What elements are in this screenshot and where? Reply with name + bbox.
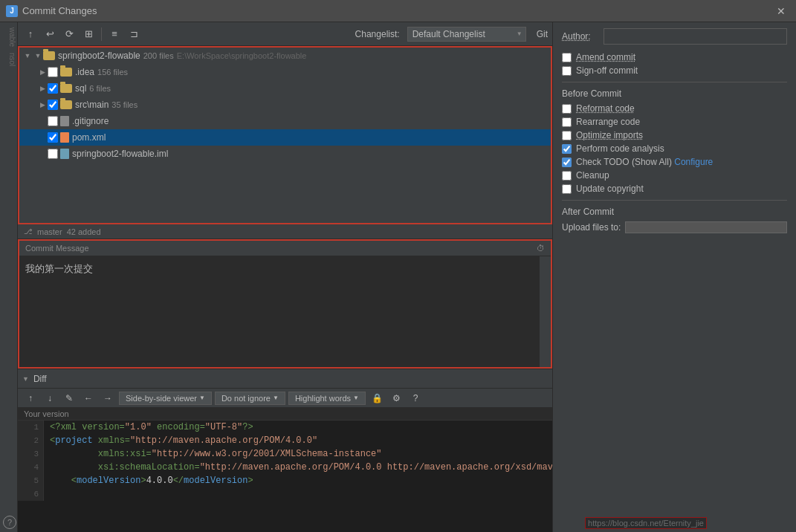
diff-version-label: Your version — [18, 408, 552, 421]
diff-settings-btn[interactable]: ⚙ — [388, 390, 404, 406]
sql-checkbox[interactable] — [48, 83, 58, 94]
sidebar-item-2[interactable]: nsol — [1, 51, 16, 68]
sql-arrow: ▶ — [37, 85, 48, 92]
idea-count: 156 files — [97, 68, 128, 77]
commit-right-gutter — [540, 256, 551, 367]
diff-title: Diff — [33, 374, 47, 384]
diff-help-btn[interactable]: ? — [407, 390, 424, 406]
tree-item-idea[interactable]: ▶ .idea 156 files — [19, 64, 551, 80]
diff-line-4: 4 xsi:schemaLocation="http://maven.apach… — [18, 461, 552, 474]
sql-folder-icon — [60, 84, 72, 93]
diff-fwd-btn[interactable]: → — [100, 390, 116, 406]
diff-line-6: 6 — [18, 487, 552, 501]
toolbar-undo-btn[interactable]: ↩ — [42, 26, 58, 42]
optimize-checkbox[interactable] — [562, 131, 572, 140]
signoff-checkbox[interactable] — [562, 66, 572, 76]
checktodo-checkbox[interactable] — [562, 158, 572, 167]
root-name: springboot2-flowable — [58, 51, 140, 61]
gitignore-name: .gitignore — [72, 116, 109, 126]
diff-highlight-select[interactable]: Highlight words — [288, 392, 366, 405]
diff-section: ▼ Diff ↑ ↓ ✎ ← → Side-by-side viewer Do … — [18, 369, 552, 532]
iml-name: springboot2-flowable.iml — [72, 149, 168, 159]
optimize-row[interactable]: Optimize imports — [562, 130, 787, 140]
diff-line-num-3: 3 — [18, 447, 44, 461]
diff-line-content-2: <project xmlns="http://maven.apache.org/… — [44, 434, 317, 447]
watermark: https://blog.csdn.net/Eternity_jie — [585, 517, 707, 529]
cleanup-label: Cleanup — [576, 170, 609, 181]
signoff-row[interactable]: Sign-off commit — [562, 65, 787, 76]
diff-back-btn[interactable]: ← — [80, 390, 97, 406]
sidebar-item-1[interactable]: wable — [1, 25, 16, 49]
cleanup-row[interactable]: Cleanup — [562, 170, 787, 181]
diff-viewer-select[interactable]: Side-by-side viewer — [119, 392, 212, 405]
divider-after-commit — [562, 200, 787, 201]
iml-checkbox[interactable] — [48, 149, 58, 159]
perform-checkbox[interactable] — [562, 144, 572, 154]
idea-arrow: ▶ — [37, 68, 48, 76]
upload-row: Upload files to: — [562, 221, 787, 233]
diff-ignore-select[interactable]: Do not ignore — [215, 392, 285, 405]
diff-up-btn[interactable]: ↑ — [22, 390, 39, 406]
tree-item-pomxml[interactable]: pom.xml — [19, 129, 551, 146]
srcmain-checkbox[interactable] — [48, 100, 58, 110]
file-tree: ▼ ▼ springboot2-flowable 200 files E:\Wo… — [18, 46, 552, 224]
git-icon: ⎇ — [24, 227, 33, 236]
diff-line-content-4: xsi:schemaLocation="http://maven.apache.… — [44, 461, 552, 474]
idea-name: .idea — [75, 67, 94, 77]
amend-row[interactable]: Amend commit — [562, 52, 787, 62]
commit-message-label: Commit Message — [25, 244, 89, 253]
tree-root[interactable]: ▼ ▼ springboot2-flowable 200 files E:\Wo… — [19, 48, 551, 64]
tree-item-gitignore[interactable]: .gitignore — [19, 113, 551, 129]
pomxml-checkbox[interactable] — [48, 132, 58, 143]
toolbar-filter-btn[interactable]: ⊐ — [126, 26, 142, 42]
reformat-checkbox[interactable] — [562, 104, 572, 114]
window-title: Commit Changes — [22, 5, 97, 16]
copyright-label: Update copyright — [576, 184, 644, 194]
amend-checkbox[interactable] — [562, 53, 572, 62]
idea-checkbox[interactable] — [48, 67, 58, 77]
commit-timer-icon[interactable]: ⏱ — [537, 244, 545, 253]
help-button[interactable]: ? — [3, 516, 16, 529]
srcmain-arrow: ▶ — [37, 101, 48, 108]
copyright-row[interactable]: Update copyright — [562, 184, 787, 194]
pomxml-icon — [60, 132, 69, 143]
toolbar-up-btn[interactable]: ↑ — [22, 26, 39, 42]
diff-line-2: 2 <project xmlns="http://maven.apache.or… — [18, 434, 552, 447]
diff-down-btn[interactable]: ↓ — [42, 390, 58, 406]
git-label: Git — [537, 29, 548, 39]
gitignore-checkbox[interactable] — [48, 116, 58, 126]
author-row: Author: — [562, 28, 787, 45]
commit-message-input[interactable] — [19, 256, 540, 367]
title-bar: J Commit Changes ✕ — [0, 0, 796, 22]
close-button[interactable]: ✕ — [774, 4, 789, 19]
perform-row[interactable]: Perform code analysis — [562, 143, 787, 154]
tree-root-arrow2: ▼ — [33, 52, 43, 59]
reformat-row[interactable]: Reformat code — [562, 103, 787, 114]
srcmain-folder-icon — [60, 100, 72, 109]
status-branch: master — [37, 227, 62, 236]
diff-line-content-6 — [44, 487, 50, 501]
toolbar-list-btn[interactable]: ≡ — [106, 26, 123, 42]
diff-edit-btn[interactable]: ✎ — [61, 390, 77, 406]
changelist-select[interactable]: Default Changelist — [407, 27, 526, 42]
rearrange-row[interactable]: Rearrange code — [562, 117, 787, 127]
right-panel: Author: Amend commit Sign-off commit Bef… — [553, 22, 796, 532]
perform-label: Perform code analysis — [576, 143, 664, 154]
diff-line-content-3: xmlns:xsi="http://www.w3.org/2001/XMLSch… — [44, 447, 381, 461]
sql-name: sql — [75, 83, 86, 94]
checktodo-row[interactable]: Check TODO (Show All) Configure — [562, 157, 787, 167]
cleanup-checkbox[interactable] — [562, 171, 572, 181]
toolbar-grid-btn[interactable]: ⊞ — [80, 26, 97, 42]
tree-item-sql[interactable]: ▶ sql 6 files — [19, 80, 551, 97]
copyright-checkbox[interactable] — [562, 184, 572, 194]
main-toolbar: ↑ ↩ ⟳ ⊞ ≡ ⊐ Changelist: Default Changeli… — [18, 22, 552, 46]
toolbar-refresh-btn[interactable]: ⟳ — [61, 26, 77, 42]
rearrange-checkbox[interactable] — [562, 117, 572, 127]
amend-label: Amend commit — [576, 52, 635, 62]
tree-item-iml[interactable]: springboot2-flowable.iml — [19, 146, 551, 162]
diff-lock-btn[interactable]: 🔒 — [369, 390, 385, 406]
configure-link[interactable]: Configure — [674, 157, 713, 167]
gitignore-icon — [60, 116, 69, 126]
tree-item-srcmain[interactable]: ▶ src\main 35 files — [19, 97, 551, 113]
author-input[interactable] — [604, 28, 787, 45]
